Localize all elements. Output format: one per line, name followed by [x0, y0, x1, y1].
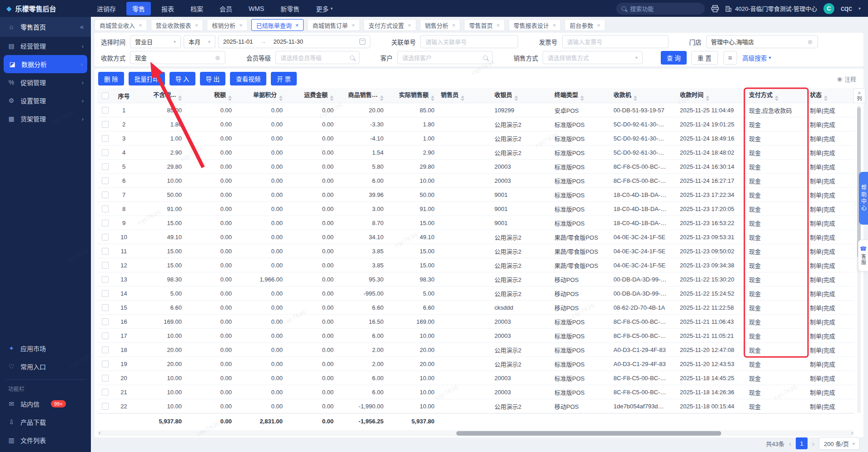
query-button[interactable]: 查 询: [661, 51, 687, 65]
customer-input[interactable]: 请选择客户: [397, 51, 493, 64]
close-icon[interactable]: ×: [496, 22, 500, 29]
sort-icon[interactable]: [330, 95, 334, 101]
row-checkbox[interactable]: [102, 347, 109, 353]
column-header-8[interactable]: 收银员: [491, 88, 551, 103]
tab-2[interactable]: 核销分析×: [207, 19, 248, 31]
row-checkbox[interactable]: [102, 220, 109, 226]
row-checkbox[interactable]: [102, 107, 109, 114]
row-checkbox[interactable]: [102, 234, 109, 241]
tab-0[interactable]: 商城营业收入×: [95, 19, 147, 31]
scroll-right-icon[interactable]: ›: [851, 429, 853, 436]
table-row-11[interactable]: 1115.000.000.000.003.8515.00公用演示2果蔬/零食版P…: [97, 244, 854, 258]
sidebar-tool-0[interactable]: ✉站内信99+: [0, 395, 91, 413]
table-row-14[interactable]: 145.000.000.000.00-995.005.00公用演示2移动POS0…: [97, 286, 854, 301]
page-size-select[interactable]: 200 条/页 ▾: [819, 437, 860, 450]
row-checkbox[interactable]: [102, 276, 109, 283]
close-icon[interactable]: ×: [408, 22, 411, 29]
sidebar-item-home[interactable]: ⌂ 零售首页 «: [0, 17, 91, 37]
tab-8[interactable]: 零售报表设计×: [509, 19, 561, 31]
table-row-19[interactable]: 1920.000.000.000.002.0020.00公用演示2标准版POSA…: [97, 357, 854, 371]
table-row-6[interactable]: 610.000.000.000.006.0010.0020003标准版POS8C…: [97, 174, 854, 188]
row-checkbox[interactable]: [102, 262, 109, 269]
row-checkbox[interactable]: [102, 375, 109, 382]
top-nav-item-6[interactable]: 新零售: [274, 2, 305, 15]
row-checkbox[interactable]: [102, 248, 109, 255]
column-header-4[interactable]: 运费金额: [286, 88, 337, 103]
column-header-7[interactable]: 销售员: [438, 88, 491, 103]
horizontal-scrollbar[interactable]: ‹ ›: [97, 430, 854, 436]
row-checkbox[interactable]: [102, 361, 109, 367]
sort-icon[interactable]: [706, 95, 709, 101]
column-header-10[interactable]: 收款机: [610, 88, 677, 103]
row-checkbox[interactable]: [102, 332, 109, 339]
sort-icon[interactable]: [431, 95, 434, 101]
sidebar-item-2[interactable]: %促销管理›: [0, 73, 91, 91]
table-row-21[interactable]: 2110.000.000.000.006.0010.0020003标准版POS8…: [97, 385, 854, 399]
sidebar-quick-0[interactable]: ✦应用市场: [0, 339, 91, 357]
tab-1[interactable]: 营业收款报表×: [151, 19, 204, 31]
close-icon[interactable]: ×: [239, 22, 243, 29]
sidebar-item-0[interactable]: ▤经营管理›: [0, 37, 91, 55]
related-no-input[interactable]: 请输入关联单号: [420, 35, 518, 48]
scroll-left-icon[interactable]: ‹: [99, 429, 100, 436]
member-level-input[interactable]: 请选择会员等级: [275, 51, 359, 64]
top-nav-item-7[interactable]: 更多▾: [310, 2, 339, 15]
column-header-6[interactable]: 实际销售额: [387, 88, 438, 103]
column-header-2[interactable]: 税额: [185, 88, 235, 103]
sort-icon[interactable]: [279, 95, 283, 101]
top-nav-item-2[interactable]: 报表: [155, 2, 180, 15]
close-icon[interactable]: ×: [295, 22, 299, 29]
table-row-7[interactable]: 750.000.000.000.0039.9650.009001标准版POS18…: [97, 188, 854, 202]
row-checkbox[interactable]: [102, 149, 109, 156]
sort-icon[interactable]: [228, 95, 232, 101]
tab-7[interactable]: 零售首页×: [464, 19, 505, 31]
view-video-button[interactable]: 查看视频: [230, 72, 266, 85]
column-header-9[interactable]: 终端类型: [551, 88, 610, 103]
close-icon[interactable]: ×: [195, 22, 199, 29]
column-header-3[interactable]: 单据积分: [235, 88, 286, 103]
column-header-1[interactable]: 不含税...: [135, 88, 185, 103]
close-icon[interactable]: ×: [351, 22, 355, 29]
row-checkbox[interactable]: [102, 177, 109, 184]
table-row-1[interactable]: 185.000.000.000.0020.0085.00109299安卓POS0…: [97, 103, 854, 117]
page-number[interactable]: 1: [796, 437, 808, 449]
table-row-4[interactable]: 42.900.000.000.001.542.90公用演示2标准版POS5C-D…: [97, 146, 854, 160]
invoice-button[interactable]: 开 票: [271, 72, 297, 85]
reset-button[interactable]: 重 置: [691, 51, 718, 65]
printer-icon[interactable]: [711, 5, 719, 12]
row-checkbox[interactable]: [102, 121, 109, 128]
org-selector[interactable]: 4020-音临门零食测试-管理中心: [725, 4, 817, 13]
horizontal-scrollbar-thumb[interactable]: [456, 431, 721, 436]
row-checkbox[interactable]: [102, 163, 109, 170]
delete-button[interactable]: 删 除: [98, 72, 124, 85]
table-row-20[interactable]: 2010.000.000.000.006.0010.0020003标准版POS8…: [97, 371, 854, 385]
clear-icon[interactable]: ⊗: [215, 54, 220, 61]
sort-icon[interactable]: [461, 95, 464, 101]
sidebar-tool-2[interactable]: ▥文件列表: [0, 431, 91, 449]
row-checkbox[interactable]: [102, 206, 109, 212]
table-row-16[interactable]: 16169.000.000.000.0016.50169.0020003标准版P…: [97, 315, 854, 329]
table-row-17[interactable]: 1710.000.000.000.006.0010.0020003标准版POS8…: [97, 329, 854, 343]
sort-icon[interactable]: [580, 95, 584, 101]
help-center-tab[interactable]: 帮助中心: [859, 172, 868, 225]
top-nav-item-1[interactable]: 零售: [126, 2, 151, 15]
sidebar-item-4[interactable]: ▦货架管理›: [0, 110, 91, 128]
next-page-icon[interactable]: ›: [812, 440, 814, 447]
column-settings-button[interactable]: ≡ 列: [853, 88, 865, 103]
top-nav-item-5[interactable]: WMS: [243, 3, 270, 15]
table-row-2[interactable]: 21.800.000.000.00-3.301.80公用演示2标准版POS5C-…: [97, 117, 854, 131]
row-checkbox[interactable]: [102, 318, 109, 325]
batch-print-button[interactable]: 批量打印: [129, 72, 165, 85]
global-search-input[interactable]: 搜索功能: [616, 3, 705, 15]
close-icon[interactable]: ×: [139, 22, 142, 29]
table-row-13[interactable]: 1398.300.001,966.000.0095.3098.30公用演示2移动…: [97, 272, 854, 286]
table-row-3[interactable]: 31.000.000.000.00-4.101.00公用演示2标准版POS5C-…: [97, 131, 854, 146]
sort-icon[interactable]: [634, 95, 637, 101]
sidebar-quick-1[interactable]: ♡常用入口: [0, 357, 91, 376]
top-nav-item-3[interactable]: 档案: [185, 2, 209, 15]
filter-config-button[interactable]: ≡: [723, 51, 737, 65]
table-row-8[interactable]: 891.000.000.000.003.0091.009001标准版POS18-…: [97, 202, 854, 216]
sidebar-item-3[interactable]: ⚙设置管理›: [0, 91, 91, 110]
avatar[interactable]: C: [823, 3, 834, 14]
column-header-12[interactable]: 支付方式: [746, 88, 807, 103]
